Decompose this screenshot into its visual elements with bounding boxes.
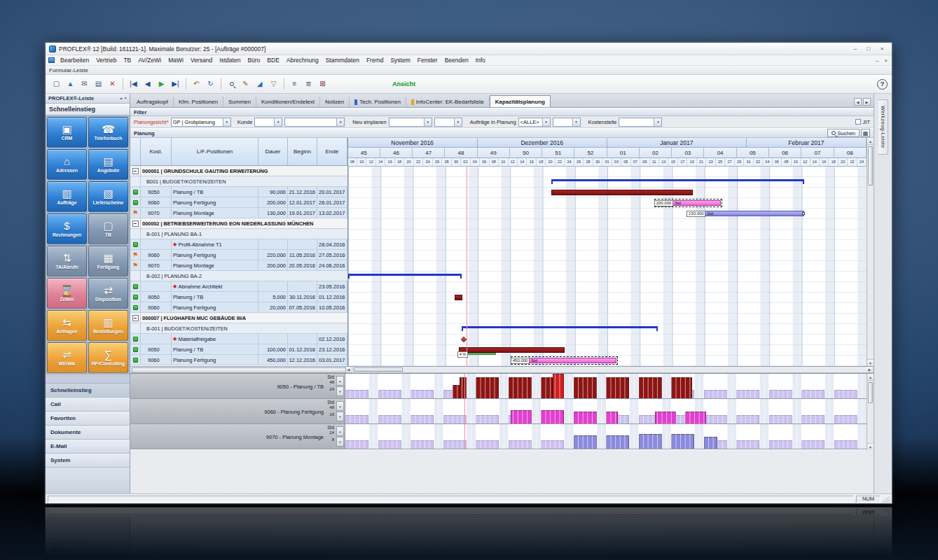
help-button[interactable]: ? [877,79,888,90]
table-hscroll[interactable] [130,367,345,372]
column-header-l-f-positionen[interactable]: L/F-Positionen [172,138,258,165]
nav-next-button[interactable]: ▶ [155,78,168,91]
tile-telefonbuch[interactable]: ☎Telefonbuch [88,117,128,148]
expander-icon[interactable]: − [132,220,139,227]
gantt-row[interactable] [348,177,867,188]
spin-up-icon[interactable]: ▲ [336,426,344,436]
nav-prev-button[interactable]: ◀ [141,78,154,91]
menu-item-info[interactable]: Info [472,57,489,64]
layout-button[interactable]: ▦ [861,129,870,137]
print-button[interactable]: ▤ [92,78,105,91]
gantt-row[interactable]: 200,000Std [348,198,867,209]
spin-up-icon[interactable]: ▲ [336,401,344,411]
table-row-task[interactable]: 9050Planung / TB90,00021.12.201620.01.20… [130,187,347,197]
spin-up-icon[interactable]: ▲ [336,376,344,386]
horizontal-scrollbar[interactable]: ◀ ▶ [130,367,874,373]
gantt-row[interactable] [348,251,867,261]
jit-checkbox[interactable] [855,119,861,125]
gantt-row[interactable]: 450,000Std [348,356,867,366]
menu-item-fremd[interactable]: Fremd [363,57,387,64]
filter-combo[interactable]: ▼ [434,118,462,127]
table-row-subgroup[interactable]: B-002 | PLANUNG BA-2 [130,271,347,281]
gantt-vertical-scrollbar[interactable]: ▲ ▼ [867,138,874,366]
tab-auftragskopf[interactable]: Auftragskopf [132,97,174,107]
expander-icon[interactable]: − [132,168,139,174]
table-row-group[interactable]: −000001 | GRUNDSCHULE GAUTING ERWEITERUN… [130,166,347,176]
dropdown-arrow-icon[interactable]: ▼ [274,118,282,126]
scroll-up-icon[interactable]: ▲ [867,138,874,145]
tile-crm[interactable]: ▣CRM [47,117,87,148]
table-row-task[interactable]: ⚑9070Planung Montage200,00020.05.201624.… [130,260,347,271]
tab-tech-positionen[interactable]: Tech. Positionen [350,97,406,107]
mail-button[interactable]: ✉ [78,78,91,91]
menu-item-b-ro[interactable]: Büro [244,57,263,64]
filter-combo[interactable]: ▼ [619,118,662,127]
menu-item-tb[interactable]: TB [120,57,135,64]
filter-combo[interactable]: ▼ [553,118,581,127]
table-row-subgroup[interactable]: B-001 | PLANUNG BA-1 [130,229,347,239]
scrollbar-track[interactable] [867,145,874,359]
dropdown-arrow-icon[interactable]: ▼ [572,118,580,126]
filter-combo[interactable]: ▼ [254,118,282,127]
scroll-left-icon[interactable]: ◀ [345,367,352,372]
gantt-row[interactable]: 130,000Std [348,209,867,219]
dropdown-arrow-icon[interactable]: ▼ [542,118,550,126]
tile-fertigung[interactable]: ▦Fertigung [88,246,128,276]
scroll-up-icon[interactable]: ▲ [867,374,874,381]
filter-combo[interactable]: GP | Grobplanung▼ [171,118,231,127]
filter-combo[interactable]: ▼ [389,118,432,127]
menu-item-abrechnung[interactable]: Abrechnung [283,57,322,64]
table-row-task[interactable]: ◆Profil-Abnahme T128.04.2016 [130,239,347,250]
dropdown-arrow-icon[interactable]: ▼ [336,118,344,126]
table-row-task[interactable]: ◆Materialfreigabe02.12.2016 [130,334,347,344]
histogram-vertical-scrollbar[interactable]: ▲ ▼ [867,374,874,450]
column-header-kost[interactable]: Kost. [141,138,172,165]
scrollbar-thumb[interactable] [354,368,403,372]
resize-handle-icon[interactable] [802,212,805,215]
tile-bestellungen[interactable]: ▥Bestellungen [88,310,128,341]
tab-infocenter-ek-bedarfsliste[interactable]: InfoCenter: EK-Bedarfsliste [406,97,490,107]
spin-down-icon[interactable]: ▼ [336,437,344,447]
menu-item-stammdaten[interactable]: Stammdaten [322,57,363,64]
gantt-row[interactable] [348,240,867,251]
gantt-task-bar[interactable] [551,190,693,195]
minimize-button[interactable]: – [849,44,862,53]
filter-combo[interactable]: ▼ [284,118,345,127]
scrollbar-track[interactable] [867,381,874,443]
tile-we-wa[interactable]: ⇌WE/WA [47,342,87,373]
scroll-down-icon[interactable]: ▼ [867,443,874,450]
scrollbar-track[interactable] [352,367,867,372]
spin-down-icon[interactable]: ▼ [336,412,344,421]
nav-last-button[interactable]: ▶| [169,78,182,91]
gantt-row[interactable] [348,188,867,198]
table-row-task[interactable]: 9050Planung / TB5,00030.11.201601.12.201… [130,292,347,302]
dropdown-arrow-icon[interactable]: ▼ [654,118,661,126]
column-header-dauer[interactable]: Dauer [258,138,288,165]
delete-button[interactable]: ✕ [106,78,119,91]
gantt-row[interactable] [348,261,867,272]
table-row-subgroup[interactable]: B001 | BUDGET/KOSTEN/ZEITEN [130,176,347,187]
tab-kapazit-tsplanung[interactable]: Kapazitätsplanung [490,95,551,107]
suchen-button[interactable]: Suchen [827,129,860,137]
dropdown-arrow-icon[interactable]: ▼ [454,118,462,126]
dropdown-arrow-icon[interactable]: ▼ [424,118,432,126]
tile-disposition[interactable]: ⇄Disposition [88,278,128,309]
gantt-row[interactable] [348,167,867,177]
gantt-row[interactable] [348,314,867,324]
ruler-button[interactable]: ◢ [253,78,266,91]
menu-item-fenster[interactable]: Fenster [414,57,441,64]
resize-grip[interactable] [883,496,890,503]
gantt-row[interactable] [348,282,867,293]
tile-rechnungen[interactable]: $Rechnungen [47,214,87,244]
gantt-row[interactable] [348,230,867,240]
tab-summen[interactable]: Summen [223,97,256,107]
table-row-task[interactable]: 9060Planung Fertigung20,00007.05.201610.… [130,302,347,313]
sidebar-item-schnelleinstieg[interactable]: Schnelleinstieg [46,384,130,398]
menu-item-istdaten[interactable]: Istdaten [216,57,244,64]
edit-button[interactable]: ✎ [239,78,252,91]
tab-scroll-right-icon[interactable]: ▶ [863,98,871,106]
table-row-task[interactable]: ⚑9070Planung Montage130,00019.01.201713.… [130,208,347,218]
undo-button[interactable]: ↶ [190,78,203,91]
close-button[interactable]: × [876,44,888,53]
table-row-subgroup[interactable]: B-001 | BUDGET/KOSTEN/ZEITEN [130,323,347,334]
